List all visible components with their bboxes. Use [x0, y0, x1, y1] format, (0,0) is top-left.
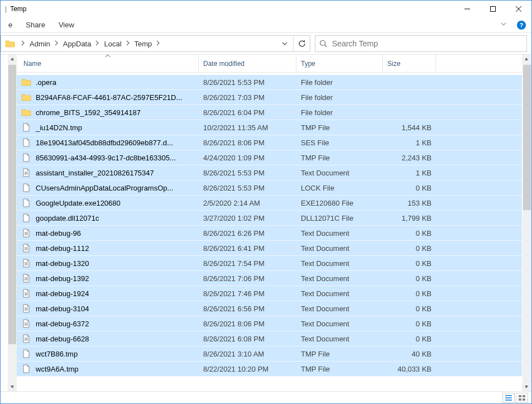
ribbon-tab-truncated[interactable]: e [2, 18, 19, 31]
text-file-icon [21, 303, 31, 313]
sort-ascending-icon [105, 55, 111, 59]
table-row[interactable]: mat-debug-968/26/2021 6:26 PMText Docume… [17, 226, 522, 241]
file-name: mat-debug-1112 [36, 244, 89, 253]
text-file-icon [21, 319, 31, 329]
scroll-up-arrow-icon[interactable] [522, 55, 531, 64]
address-bar[interactable]: Admin AppData Local Temp [1, 35, 310, 52]
table-row[interactable]: mat-debug-63728/26/2021 8:06 PMText Docu… [17, 316, 522, 331]
column-name-label: Name [23, 60, 41, 68]
ribbon-tab-share[interactable]: Share [19, 18, 52, 31]
file-type: SES File [296, 139, 383, 147]
file-rows: .opera8/26/2021 5:53 PMFile folderB294AF… [17, 73, 522, 391]
table-row[interactable]: mat-debug-11128/26/2021 6:41 PMText Docu… [17, 241, 522, 256]
chevron-right-icon[interactable] [153, 40, 164, 47]
file-type: LOCK File [296, 184, 383, 192]
table-row[interactable]: .opera8/26/2021 5:53 PMFile folder [17, 75, 522, 90]
breadcrumb-temp[interactable]: Temp [133, 40, 154, 48]
svg-point-5 [320, 41, 325, 46]
scroll-down-arrow-icon[interactable] [8, 382, 17, 391]
file-date: 8/26/2021 5:53 PM [199, 169, 296, 177]
search-input[interactable] [331, 39, 526, 49]
file-size: 0 KB [383, 274, 436, 283]
table-row[interactable]: mat-debug-19248/26/2021 7:46 PMText Docu… [17, 286, 522, 301]
file-date: 10/2/2021 11:35 AM [199, 123, 296, 132]
breadcrumb-local[interactable]: Local [103, 40, 122, 48]
list-scrollbar[interactable] [522, 55, 531, 391]
table-row[interactable]: CUsersAdminAppDataLocalProgramsOp...8/26… [17, 180, 522, 196]
ribbon-expand-button[interactable] [495, 18, 512, 31]
refresh-button[interactable] [293, 36, 310, 51]
table-row[interactable]: mat-debug-13928/26/2021 7:06 PMText Docu… [17, 271, 522, 286]
file-name: wct7B86.tmp [36, 350, 78, 358]
table-row[interactable]: chrome_BITS_1592_3549141878/26/2021 6:04… [17, 105, 522, 120]
table-row[interactable]: mat-debug-66288/26/2021 6:08 PMText Docu… [17, 331, 522, 346]
file-type: Text Document [296, 259, 383, 268]
scroll-up-arrow-icon[interactable] [8, 55, 17, 64]
file-name: _iu14D2N.tmp [36, 123, 82, 132]
table-row[interactable]: goopdate.dll12071c3/27/2020 1:02 PMDLL12… [17, 211, 522, 226]
file-name: 18e190413af045db88dfbd29609eb877.d... [36, 139, 173, 147]
file-type: Text Document [296, 274, 383, 283]
file-name: B294AFA8-FCAF-4461-87AC-2597E5F21D... [36, 93, 182, 102]
maximize-button[interactable] [480, 1, 506, 17]
text-file-icon [21, 228, 31, 238]
table-row[interactable]: GoogleUpdate.exe1206802/5/2020 2:14 AMEX… [17, 196, 522, 211]
table-row[interactable]: wct7B86.tmp8/26/2021 3:10 AMTMP File40 K… [17, 346, 522, 362]
help-button[interactable]: ? [517, 21, 526, 30]
file-date: 8/26/2021 6:41 PM [199, 244, 296, 253]
ribbon-tab-view[interactable]: View [52, 18, 81, 31]
svg-rect-41 [519, 395, 521, 397]
file-size: 40 KB [383, 350, 436, 358]
minimize-button[interactable] [454, 1, 480, 17]
column-header-name[interactable]: Name [17, 55, 199, 72]
column-header-date[interactable]: Date modified [199, 55, 296, 72]
file-date: 8/26/2021 7:03 PM [199, 93, 296, 102]
table-row[interactable]: assistant_installer_202108261753478/26/2… [17, 165, 522, 180]
scrollbar-thumb[interactable] [523, 65, 531, 210]
address-history-button[interactable] [276, 36, 293, 51]
file-type: Text Document [296, 335, 383, 343]
chevron-right-icon[interactable] [51, 40, 62, 47]
svg-rect-42 [523, 395, 525, 397]
file-type: DLL12071C File [296, 214, 383, 222]
details-view-icon [505, 395, 512, 401]
file-size: 2,243 KB [383, 154, 436, 162]
chevron-right-icon[interactable] [18, 40, 28, 47]
chevron-right-icon[interactable] [123, 40, 133, 47]
file-date: 3/27/2020 1:02 PM [199, 214, 296, 222]
file-name: .opera [36, 78, 56, 87]
search-box[interactable] [315, 35, 527, 52]
file-type: Text Document [296, 244, 383, 253]
table-row[interactable]: wct9A6A.tmp8/22/2021 10:20 PMTMP File40,… [17, 362, 522, 377]
file-type: Text Document [296, 229, 383, 237]
breadcrumb-admin[interactable]: Admin [28, 40, 51, 48]
file-size: 0 KB [383, 335, 436, 343]
column-header-type[interactable]: Type [296, 55, 383, 72]
table-row[interactable]: B294AFA8-FCAF-4461-87AC-2597E5F21D...8/2… [17, 90, 522, 105]
file-size: 153 KB [383, 199, 436, 207]
file-name: goopdate.dll12071c [36, 214, 99, 222]
chevron-right-icon[interactable] [92, 40, 103, 47]
table-row[interactable]: 18e190413af045db88dfbd29609eb877.d...8/2… [17, 135, 522, 150]
table-row[interactable]: mat-debug-31048/26/2021 6:56 PMText Docu… [17, 301, 522, 316]
status-bar [1, 391, 531, 403]
table-row[interactable]: 85630991-a434-4993-9c17-dc8be163305...4/… [17, 150, 522, 165]
svg-marker-4 [303, 40, 305, 42]
file-list: Name Date modified Type Size .opera8/26/… [17, 55, 522, 391]
table-row[interactable]: mat-debug-13208/26/2021 7:54 PMText Docu… [17, 256, 522, 271]
column-header-size[interactable]: Size [383, 55, 436, 72]
file-size: 0 KB [383, 320, 436, 328]
file-date: 8/26/2021 7:54 PM [199, 259, 296, 268]
breadcrumb-appdata[interactable]: AppData [62, 40, 93, 48]
titlebar[interactable]: | Temp [1, 1, 531, 17]
scroll-down-arrow-icon[interactable] [522, 382, 531, 391]
scrollbar-thumb[interactable] [8, 65, 16, 344]
close-button[interactable] [506, 1, 531, 17]
svg-rect-43 [519, 398, 521, 401]
nav-scrollbar[interactable] [8, 55, 17, 391]
table-row[interactable]: _iu14D2N.tmp10/2/2021 11:35 AMTMP File1,… [17, 120, 522, 135]
view-large-icons-button[interactable] [516, 393, 528, 403]
file-type: TMP File [296, 350, 383, 358]
view-details-button[interactable] [502, 393, 515, 403]
large-icons-view-icon [519, 395, 525, 401]
